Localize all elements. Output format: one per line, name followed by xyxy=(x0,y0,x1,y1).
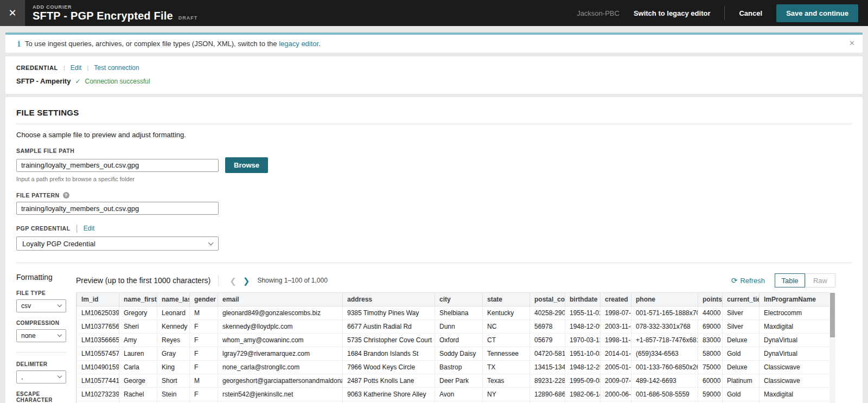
table-cell: 60000 xyxy=(698,374,723,388)
scrollbar-thumb[interactable] xyxy=(830,293,835,337)
switch-legacy-editor-button[interactable]: Switch to legacy editor xyxy=(634,9,711,17)
previous-page-icon[interactable]: ❮ xyxy=(226,277,240,285)
title-block: ADD COURIER SFTP - PGP Encrypted File DR… xyxy=(33,4,197,22)
banner-dismiss-icon[interactable]: ✕ xyxy=(849,39,855,47)
table-cell: Bastrop xyxy=(435,361,483,374)
table-row: LM1057744139GeorgeShortMgeorgeshort@garc… xyxy=(77,374,830,388)
table-cell: Deluxe xyxy=(723,361,760,374)
breadcrumb: ADD COURIER xyxy=(33,4,197,10)
table-cell: 69000 xyxy=(698,320,723,334)
chevron-down-icon xyxy=(208,240,214,245)
table-cell: 05679 xyxy=(530,334,565,347)
credential-edit-link[interactable]: Edit xyxy=(71,64,82,72)
table-header-row: lm_idname_firstname_lastgenderemailaddre… xyxy=(77,293,830,306)
table-cell: 16000 xyxy=(698,401,723,403)
pgp-credential-select[interactable]: Loyalty PGP Credential xyxy=(16,236,219,251)
table-scrollbar[interactable] xyxy=(829,292,835,403)
table-cell: PrecisionTek xyxy=(760,401,830,403)
table-row: LM1037765653SheriKennedyFskennedy@lloydp… xyxy=(77,320,830,334)
table-cell: 2000-06-23 xyxy=(601,388,631,401)
table-cell: Stein xyxy=(157,388,190,401)
table-cell: 001-133-760-6850x2660 xyxy=(631,361,698,374)
table-cell: lgray729@riveramarquez.com xyxy=(218,347,343,361)
refresh-button[interactable]: ⟳ Refresh xyxy=(731,276,765,285)
test-connection-link[interactable]: Test connection xyxy=(94,64,139,72)
pgp-credential-value: Loyalty PGP Credential xyxy=(22,240,95,248)
table-cell: 2005-01-26 xyxy=(601,361,631,374)
compression-select[interactable]: none xyxy=(16,329,66,342)
file-type-label: FILE TYPE xyxy=(16,290,76,296)
delimiter-select[interactable]: , xyxy=(16,370,66,383)
table-cell: 04720-5816 xyxy=(530,347,565,361)
table-cell: NY xyxy=(483,388,530,401)
table-cell: Rodriguez xyxy=(157,401,190,403)
table-cell: 2009-07-11 xyxy=(601,374,631,388)
table-cell: 5735 Christopher Cove Court xyxy=(343,334,435,347)
table-cell: Gold xyxy=(723,347,760,361)
table-cell: TX xyxy=(483,361,530,374)
file-type-select[interactable]: csv xyxy=(16,299,66,312)
table-cell: 54432 xyxy=(530,401,565,403)
file-pattern-input[interactable] xyxy=(16,202,219,215)
close-icon[interactable]: ✕ xyxy=(0,0,25,26)
save-and-continue-button[interactable]: Save and continue xyxy=(776,4,858,22)
column-header-address: address xyxy=(343,293,435,306)
sample-file-path-helper: Input a path prefix to browse a specific… xyxy=(16,176,852,182)
table-cell: 12890-6868 xyxy=(530,388,565,401)
credential-section: CREDENTIAL | Edit | Test connection SFTP… xyxy=(5,56,863,94)
table-cell: Deluxe xyxy=(723,334,760,347)
table-cell: 89231-2289 xyxy=(530,374,565,388)
preview-table: lm_idname_firstname_lastgenderemailaddre… xyxy=(76,292,830,403)
divider xyxy=(16,263,852,263)
help-icon[interactable]: ? xyxy=(63,192,69,199)
table-cell: whom_amy@cowaninc.com xyxy=(218,334,343,347)
column-header-name_first: name_first xyxy=(119,293,157,306)
info-icon: i xyxy=(13,40,25,48)
table-cell: 1955-11-01 xyxy=(565,306,601,320)
table-cell: 6677 Austin Radial Rd xyxy=(343,320,435,334)
view-toggle: Table Raw xyxy=(775,273,835,287)
cancel-button[interactable]: Cancel xyxy=(739,9,762,17)
table-cell: 83000 xyxy=(698,334,723,347)
table-cell: 58000 xyxy=(698,347,723,361)
table-cell: F xyxy=(190,347,218,361)
table-cell: 9385 Timothy Pines Way xyxy=(343,306,435,320)
table-cell: gleonard849@gonzalescombs.biz xyxy=(218,306,343,320)
browse-button[interactable]: Browse xyxy=(225,157,268,173)
formatting-panel: Formatting FILE TYPE csv COMPRESSION non… xyxy=(16,273,76,403)
column-header-lmProgramName: lmProgramName xyxy=(760,293,830,306)
table-cell: Silver xyxy=(723,320,760,334)
table-cell: 44000 xyxy=(698,306,723,320)
section-title: FILE SETTINGS xyxy=(16,108,852,117)
raw-view-button[interactable]: Raw xyxy=(805,273,835,287)
table-cell: Classicwave xyxy=(760,374,830,388)
top-bar: ✕ ADD COURIER SFTP - PGP Encrypted File … xyxy=(0,0,868,26)
sample-file-path-input[interactable] xyxy=(16,159,219,172)
table-cell: 9063 Katherine Shore Alley xyxy=(343,388,435,401)
table-cell: 2014-01-05 xyxy=(601,347,631,361)
table-cell: KY xyxy=(483,401,530,403)
table-cell: none_carla@strongllc.com xyxy=(218,361,343,374)
table-cell: Rachel xyxy=(119,388,157,401)
column-header-email: email xyxy=(218,293,343,306)
table-cell: Maxdigital xyxy=(760,388,830,401)
legacy-editor-link[interactable]: legacy editor xyxy=(279,40,318,48)
table-cell: LM1027323913 xyxy=(77,388,119,401)
table-cell: 1948-12-29 xyxy=(565,361,601,374)
info-banner: i To use ingest queries, archives, or co… xyxy=(5,33,863,53)
banner-message-period: . xyxy=(318,40,321,48)
table-cell: Texas xyxy=(483,374,530,388)
table-cell: 1970-03-13 xyxy=(565,334,601,347)
table-cell: 56978 xyxy=(530,320,565,334)
pgp-credential-edit-link[interactable]: Edit xyxy=(84,225,95,232)
column-header-city: city xyxy=(435,293,483,306)
next-page-icon[interactable]: ❯ xyxy=(240,277,253,285)
banner-message: To use ingest queries, archives, or comp… xyxy=(25,40,321,48)
column-header-birthdate: birthdate xyxy=(565,293,601,306)
table-view-button[interactable]: Table xyxy=(775,273,805,287)
table-cell: rstein542@jenkinsllc.net xyxy=(218,388,343,401)
delimiter-label: DELIMITER xyxy=(16,361,76,367)
pagination-status: Showing 1–100 of 1,000 xyxy=(257,277,327,284)
table-cell: LM1057744139 xyxy=(77,374,119,388)
table-cell: Gregory xyxy=(119,306,157,320)
